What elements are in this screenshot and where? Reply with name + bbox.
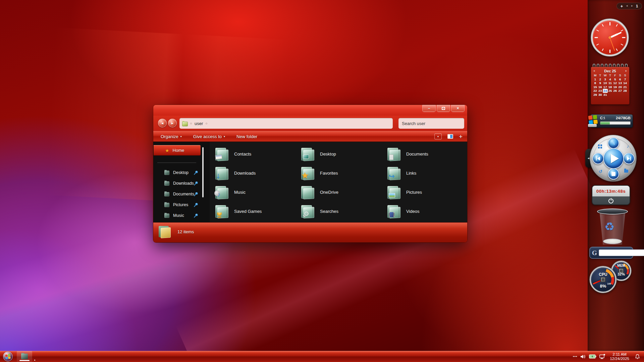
mem-label: MEM [612, 264, 630, 267]
calendar-day[interactable]: 28 [623, 89, 628, 93]
forward-button[interactable]: ► [168, 119, 177, 127]
sidebar-item-music[interactable]: Music [153, 210, 204, 221]
network-icon[interactable] [599, 354, 605, 359]
calendar-day[interactable]: 15 [593, 85, 598, 89]
calendar-day[interactable]: 4 [608, 77, 613, 81]
calendar-day[interactable]: 25 [608, 89, 613, 93]
change-view-dropdown[interactable]: ▾ [434, 133, 442, 139]
timer-power-icon[interactable] [608, 198, 613, 203]
tray-overflow-button[interactable]: ••• [573, 355, 578, 358]
calendar-day[interactable]: 22 [593, 89, 598, 93]
help-button[interactable]: + [459, 133, 463, 140]
window-titlebar[interactable]: – × [153, 105, 467, 116]
playlist-icon[interactable]: ♪ [627, 144, 629, 149]
address-bar[interactable]: user [179, 118, 393, 129]
sidebar-item-documents[interactable]: Documents [153, 189, 204, 199]
pager-next-icon[interactable]: ► [631, 5, 634, 7]
folder-label: Desktop [320, 152, 336, 157]
calendar-day[interactable]: 13 [618, 81, 623, 85]
preview-pane-button[interactable] [447, 134, 453, 139]
calendar-day[interactable]: 5 [612, 77, 618, 81]
calendar-day-selected[interactable]: 24 [603, 89, 608, 93]
folder-item[interactable]: OneDrive [300, 183, 386, 202]
sidebar-item-desktop[interactable]: Desktop [153, 167, 204, 178]
sidebar-item-home[interactable]: ★ Home [154, 145, 201, 156]
previous-track-button[interactable] [592, 153, 604, 164]
calendar-day[interactable]: 20 [618, 85, 623, 89]
calendar-next-icon[interactable]: ► [625, 70, 628, 72]
repeat-icon[interactable]: ↺ [599, 169, 602, 174]
organize-menu[interactable]: Organize▾ [161, 134, 182, 139]
timer-gadget[interactable]: 00h:13m:48s [592, 185, 630, 205]
play-button[interactable] [603, 148, 624, 169]
calendar-day[interactable]: 18 [608, 85, 613, 89]
new-folder-button[interactable]: New folder [236, 134, 257, 139]
calendar-day[interactable]: 1 [593, 77, 598, 81]
notification-bell-icon[interactable] [635, 354, 640, 359]
folder-item[interactable]: Pictures [386, 183, 467, 202]
calendar-day[interactable]: 12 [612, 81, 618, 85]
clock-gadget[interactable] [591, 19, 629, 56]
folder-item[interactable]: Searches [300, 202, 386, 221]
folder-label: Favorites [320, 171, 338, 176]
folder-item[interactable]: ★Favorites [300, 164, 386, 183]
folder-item[interactable]: Videos [386, 202, 467, 221]
calendar-day[interactable]: 29 [593, 93, 598, 97]
close-button[interactable]: × [451, 105, 465, 112]
media-library-icon[interactable] [598, 144, 602, 148]
maximize-button[interactable] [437, 105, 450, 112]
media-folder-icon[interactable] [624, 170, 628, 173]
breadcrumb-location[interactable]: user [195, 121, 203, 126]
give-access-menu[interactable]: Give access to▾ [193, 134, 225, 139]
calendar-prev-icon[interactable]: ◄ [593, 70, 595, 72]
folder-item[interactable]: Contacts [214, 144, 300, 164]
recycle-bin-gadget[interactable]: ♻ [596, 208, 629, 247]
folder-item[interactable]: Saved Games [214, 202, 300, 221]
calendar-day[interactable]: 11 [608, 81, 613, 85]
sidebar-item-downloads[interactable]: Downloads [153, 178, 204, 189]
stop-button[interactable] [608, 168, 619, 180]
pager-prev-icon[interactable]: ◄ [626, 5, 628, 7]
start-button[interactable] [3, 352, 13, 361]
next-track-button[interactable] [623, 153, 635, 164]
folder-item[interactable]: ♪Music [214, 183, 300, 202]
folder-item[interactable]: ↪Links [386, 164, 467, 183]
tray-clock[interactable]: 2:11 AM 12/24/2025 [610, 352, 629, 361]
calendar-day[interactable]: 19 [612, 85, 618, 89]
minimize-button[interactable]: – [422, 105, 436, 112]
calendar-day[interactable]: 3 [603, 77, 608, 81]
calendar-day[interactable]: 31 [603, 93, 608, 97]
calendar-day[interactable]: 7 [623, 77, 628, 81]
calendar-day[interactable]: 10 [603, 81, 608, 85]
calendar-day[interactable]: 8 [593, 81, 598, 85]
folder-item[interactable]: Documents [386, 144, 467, 164]
calendar-day[interactable]: 16 [598, 85, 603, 89]
back-button[interactable]: ◄ [158, 119, 167, 127]
search-box [398, 118, 464, 129]
calendar-day[interactable]: 23 [598, 89, 603, 93]
folder-item[interactable]: ↓Downloads [214, 164, 300, 183]
search-input[interactable] [402, 121, 461, 126]
folder-item[interactable]: Desktop [300, 144, 386, 164]
calendar-day[interactable]: 2 [598, 77, 603, 81]
battery-icon[interactable] [589, 354, 596, 359]
drive-meter-gadget[interactable]: C:\ 24/78GB [590, 114, 633, 128]
calendar-day[interactable]: 21 [623, 85, 628, 89]
system-meter-gadget[interactable]: MEM 32% CPU 100 8% [589, 261, 637, 294]
star-folder-icon: ★ [300, 166, 315, 180]
sidebar-item-pictures[interactable]: Pictures [153, 199, 204, 210]
calendar-day[interactable]: 17 [603, 85, 608, 89]
calendar-day[interactable]: 27 [618, 89, 623, 93]
calendar-day[interactable]: 14 [623, 81, 628, 85]
calendar-day[interactable]: 9 [598, 81, 603, 85]
volume-icon[interactable] [580, 354, 586, 359]
calendar-day[interactable]: 26 [612, 89, 618, 93]
nav-scrollbar[interactable] [202, 147, 204, 197]
gadget-search-input[interactable] [599, 249, 644, 256]
shuffle-button[interactable]: ↑↓ [608, 137, 619, 149]
add-gadget-button[interactable]: + [621, 4, 623, 8]
calendar-gadget[interactable]: ◄ Dec 25 ► MTWTFSS1234567891011121314151… [591, 64, 630, 105]
calendar-card: ◄ Dec 25 ► MTWTFSS1234567891011121314151… [591, 67, 630, 105]
calendar-day[interactable]: 30 [598, 93, 603, 97]
calendar-day[interactable]: 6 [618, 77, 623, 81]
